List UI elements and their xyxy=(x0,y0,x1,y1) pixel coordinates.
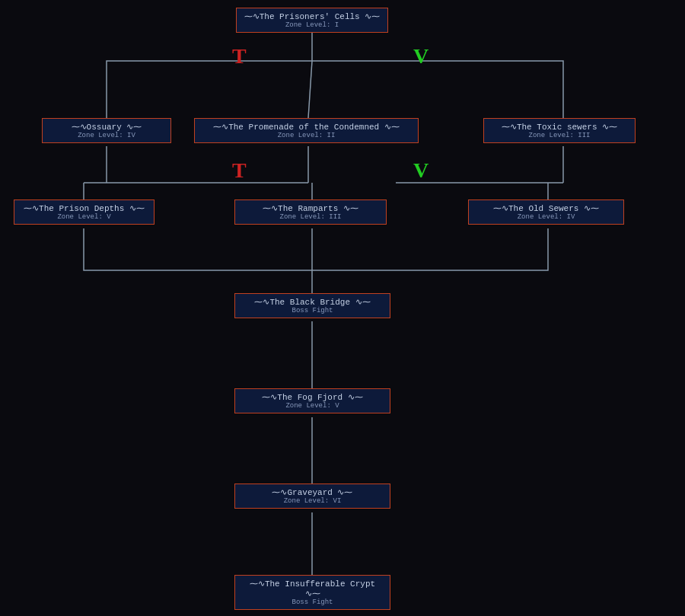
zone-insufferable-crypt[interactable]: ⁓∿The Insufferable Crypt ∿⁓ Boss Fight xyxy=(234,575,390,610)
label-v2: V xyxy=(413,158,429,183)
label-t1: T xyxy=(232,44,247,69)
zone-promenade[interactable]: ⁓∿The Promenade of the Condemned ∿⁓ Zone… xyxy=(194,118,419,143)
zone-ramparts[interactable]: ⁓∿The Ramparts ∿⁓ Zone Level: III xyxy=(234,199,387,225)
zone-graveyard[interactable]: ⁓∿Graveyard ∿⁓ Zone Level: VI xyxy=(234,484,390,509)
zone-fog-fjord[interactable]: ⁓∿The Fog Fjord ∿⁓ Zone Level: V xyxy=(234,388,390,413)
zone-toxic-sewers[interactable]: ⁓∿The Toxic sewers ∿⁓ Zone Level: III xyxy=(483,118,636,143)
zone-old-sewers[interactable]: ⁓∿The Old Sewers ∿⁓ Zone Level: IV xyxy=(468,199,624,225)
map-container: T V T V ⁓∿The Prisoners' Cells ∿⁓ Zone L… xyxy=(0,0,685,616)
label-v1: V xyxy=(413,44,429,69)
label-t2: T xyxy=(232,158,247,183)
zone-prisoners-cells[interactable]: ⁓∿The Prisoners' Cells ∿⁓ Zone Level: I xyxy=(236,8,388,33)
zone-black-bridge[interactable]: ⁓∿The Black Bridge ∿⁓ Boss Fight xyxy=(234,293,390,318)
zone-ossuary[interactable]: ⁓∿Ossuary ∿⁓ Zone Level: IV xyxy=(42,118,171,143)
zone-prison-depths[interactable]: ⁓∿The Prison Depths ∿⁓ Zone Level: V xyxy=(14,199,155,225)
